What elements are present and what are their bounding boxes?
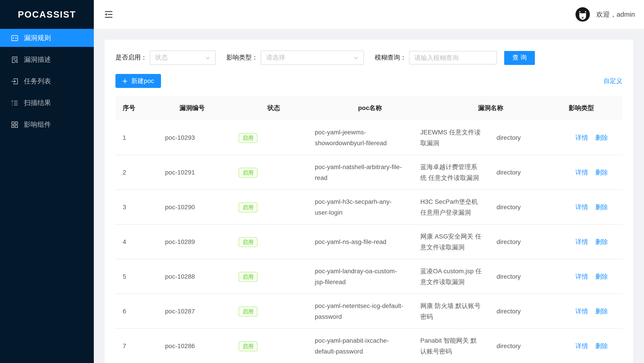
column-header-affect-type: 影响类型	[562, 96, 644, 120]
vuln-name: 蓝海卓越计费管理系统 任意文件读取漏洞	[413, 157, 489, 188]
vuln-name: H3C SecParh堡垒机 任意用户登录漏洞	[413, 192, 489, 222]
filter-enabled-label: 是否启用：	[116, 54, 147, 62]
detail-link[interactable]: 详情	[576, 273, 588, 280]
sidebar-item-vuln-rules[interactable]: 漏洞规则	[0, 29, 94, 47]
status-tag-enabled: 启用	[238, 168, 258, 178]
filter-affect-type-label: 影响类型：	[226, 54, 258, 62]
delete-link[interactable]: 删除	[595, 273, 608, 280]
code-window-icon	[11, 34, 18, 42]
detail-link[interactable]: 详情	[576, 169, 588, 176]
poc-name: poc-yaml-panabit-ixcache-default-passwor…	[308, 330, 413, 361]
sidebar-menu: 漏洞规则 漏洞描述	[0, 29, 94, 134]
status-cell: 启用	[231, 197, 308, 217]
delete-link[interactable]: 删除	[595, 203, 608, 210]
delete-link[interactable]: 删除	[595, 342, 608, 350]
affect-type: directory	[489, 128, 568, 148]
row-actions: 详情删除	[568, 301, 622, 321]
affect-type: directory	[489, 162, 568, 182]
table-row: 4poc-10289启用poc-yaml-ns-asg-file-read网康 …	[116, 224, 622, 259]
affect-type: directory	[489, 301, 568, 321]
main-content: 是否启用： 状态 影响类型： 请选择 模糊查询：	[94, 29, 644, 363]
filter-enabled: 是否启用： 状态	[116, 50, 216, 65]
vuln-name: 网康 防火墙 默认账号密码	[413, 296, 489, 326]
status-select-value: 状态	[155, 54, 168, 62]
status-tag-enabled: 启用	[238, 307, 258, 316]
row-index: 6	[116, 301, 158, 321]
affect-type: directory	[489, 197, 568, 217]
app-logo: POCASSIST	[0, 0, 94, 29]
row-index: 4	[116, 232, 158, 252]
components-icon	[11, 120, 18, 128]
poc-name: poc-yaml-ns-asg-file-read	[308, 232, 413, 252]
poc-name: poc-yaml-natshell-arbitrary-file-read	[308, 157, 413, 188]
row-index: 3	[116, 197, 158, 217]
delete-link[interactable]: 删除	[595, 308, 608, 315]
status-tag-enabled: 启用	[238, 133, 258, 143]
vuln-id: poc-10288	[158, 266, 231, 286]
filter-fuzzy: 模糊查询：	[375, 51, 497, 64]
vuln-id: poc-10287	[158, 301, 231, 321]
detail-link[interactable]: 详情	[576, 203, 588, 210]
vuln-id: poc-10290	[158, 197, 231, 217]
sidebar-item-label: 漏洞规则	[24, 34, 51, 42]
new-poc-button-label: 新建poc	[131, 77, 154, 85]
filter-fuzzy-label: 模糊查询：	[375, 54, 406, 62]
vuln-id: poc-10286	[158, 336, 231, 356]
fuzzy-search-input[interactable]	[409, 51, 497, 64]
file-search-icon	[11, 56, 18, 63]
vuln-name: 蓝凌OA custom.jsp 任意文件读取漏洞	[413, 261, 489, 292]
customize-link[interactable]: 自定义	[604, 77, 622, 85]
row-actions: 详情删除	[568, 162, 622, 182]
status-tag-enabled: 启用	[238, 341, 258, 351]
status-tag-enabled: 启用	[238, 272, 258, 282]
table-row: 7poc-10286启用poc-yaml-panabit-ixcache-def…	[116, 328, 622, 363]
poc-name: poc-yaml-netentsec-icg-default-password	[308, 296, 413, 326]
row-index: 5	[116, 266, 158, 286]
status-cell: 启用	[231, 301, 308, 321]
poc-name: poc-yaml-landray-oa-custom-jsp-fileread	[308, 261, 413, 292]
delete-link[interactable]: 删除	[595, 238, 608, 245]
table-row: 2poc-10291启用poc-yaml-natshell-arbitrary-…	[116, 155, 622, 190]
app-root: POCASSIST 漏洞规则	[0, 0, 644, 363]
table-row: 6poc-10287启用poc-yaml-netentsec-icg-defau…	[116, 294, 622, 328]
vuln-id: poc-10293	[158, 128, 231, 148]
detail-link[interactable]: 详情	[576, 238, 588, 245]
row-actions: 详情删除	[568, 266, 622, 286]
status-cell: 启用	[231, 128, 308, 148]
sidebar-item-label: 漏洞描述	[24, 55, 51, 64]
chevron-down-icon	[354, 55, 358, 60]
vuln-id: poc-10291	[158, 162, 231, 182]
new-poc-button[interactable]: 新建poc	[116, 74, 161, 88]
sidebar-item-label: 任务列表	[24, 77, 51, 86]
column-header-vuln-id: 漏洞编号	[172, 96, 260, 120]
sidebar-item-vuln-desc[interactable]: 漏洞描述	[0, 50, 94, 68]
delete-link[interactable]: 删除	[595, 134, 608, 141]
table-row: 3poc-10290启用poc-yaml-h3c-secparh-any-use…	[116, 190, 622, 224]
search-button[interactable]: 查 询	[504, 51, 535, 65]
filter-bar: 是否启用： 状态 影响类型： 请选择 模糊查询：	[116, 50, 622, 65]
sidebar-item-label: 扫描结果	[24, 98, 51, 107]
table-body: 1poc-10293启用poc-yaml-jeewms-showordownby…	[116, 120, 622, 363]
sidebar-item-components[interactable]: 影响组件	[0, 116, 94, 134]
detail-link[interactable]: 详情	[576, 134, 588, 141]
row-index: 2	[116, 162, 158, 182]
row-actions: 详情删除	[568, 128, 622, 148]
detail-link[interactable]: 详情	[576, 308, 588, 315]
row-actions: 详情删除	[568, 232, 622, 252]
delete-link[interactable]: 删除	[595, 169, 608, 176]
detail-link[interactable]: 详情	[576, 342, 588, 350]
column-header-vuln-name: 漏洞名称	[471, 96, 562, 120]
row-actions: 详情删除	[568, 197, 622, 217]
sidebar-item-scan-results[interactable]: 扫描结果	[0, 94, 94, 112]
poc-name: poc-yaml-h3c-secparh-any-user-login	[308, 192, 413, 222]
column-header-index: 序号	[116, 96, 172, 120]
user-avatar[interactable]	[576, 7, 590, 22]
plus-icon	[122, 78, 128, 84]
vuln-id: poc-10289	[158, 232, 231, 252]
sidebar-item-task-list[interactable]: 任务列表	[0, 72, 94, 90]
status-select[interactable]: 状态	[150, 50, 216, 65]
row-index: 7	[116, 336, 158, 356]
poc-name: poc-yaml-jeewms-showordownbyurl-fileread	[308, 122, 413, 153]
menu-fold-icon[interactable]	[104, 10, 114, 20]
affect-type-select[interactable]: 请选择	[261, 50, 364, 65]
